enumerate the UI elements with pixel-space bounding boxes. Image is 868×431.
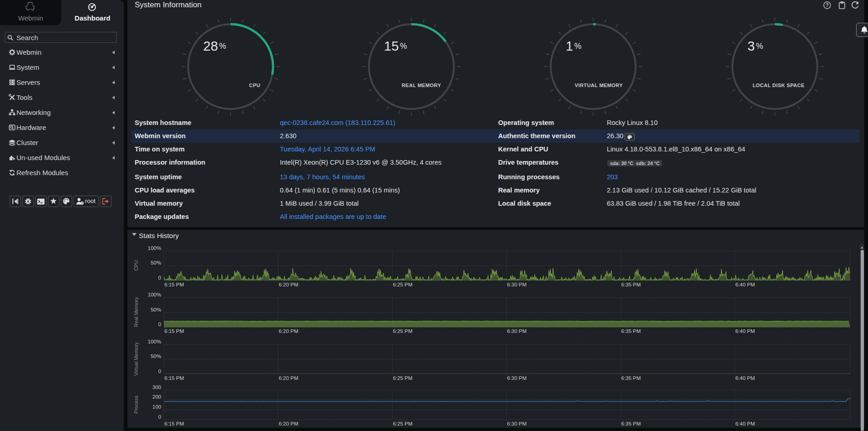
svg-text:A: A [27, 199, 30, 203]
svg-text:?: ? [826, 3, 828, 8]
